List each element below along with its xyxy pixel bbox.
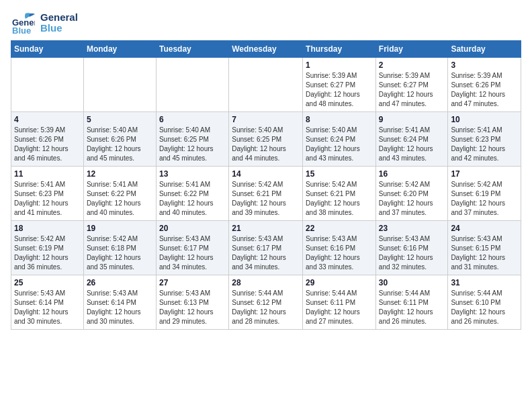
day-info: Sunrise: 5:40 AM Sunset: 6:24 PM Dayligh… bbox=[306, 126, 373, 163]
day-number: 1 bbox=[306, 60, 373, 70]
calendar-cell: 11Sunrise: 5:41 AM Sunset: 6:23 PM Dayli… bbox=[11, 167, 84, 221]
calendar-cell: 4Sunrise: 5:39 AM Sunset: 6:26 PM Daylig… bbox=[11, 112, 84, 167]
calendar-cell: 26Sunrise: 5:43 AM Sunset: 6:14 PM Dayli… bbox=[83, 275, 156, 330]
day-info: Sunrise: 5:43 AM Sunset: 6:14 PM Dayligh… bbox=[14, 289, 81, 326]
calendar-cell bbox=[83, 58, 156, 112]
day-info: Sunrise: 5:41 AM Sunset: 6:22 PM Dayligh… bbox=[87, 180, 153, 218]
day-info: Sunrise: 5:41 AM Sunset: 6:24 PM Dayligh… bbox=[379, 126, 445, 163]
day-number: 20 bbox=[159, 224, 226, 233]
calendar-cell: 1Sunrise: 5:39 AM Sunset: 6:27 PM Daylig… bbox=[303, 58, 376, 112]
day-info: Sunrise: 5:42 AM Sunset: 6:19 PM Dayligh… bbox=[14, 234, 81, 272]
day-info: Sunrise: 5:40 AM Sunset: 6:26 PM Dayligh… bbox=[87, 126, 153, 163]
calendar-cell: 17Sunrise: 5:42 AM Sunset: 6:19 PM Dayli… bbox=[448, 167, 521, 221]
calendar-cell: 29Sunrise: 5:44 AM Sunset: 6:11 PM Dayli… bbox=[303, 275, 376, 330]
calendar-table: SundayMondayTuesdayWednesdayThursdayFrid… bbox=[11, 40, 521, 330]
calendar-cell: 9Sunrise: 5:41 AM Sunset: 6:24 PM Daylig… bbox=[375, 112, 448, 167]
calendar-week-row: 1Sunrise: 5:39 AM Sunset: 6:27 PM Daylig… bbox=[11, 58, 521, 112]
calendar-cell: 15Sunrise: 5:42 AM Sunset: 6:21 PM Dayli… bbox=[303, 167, 376, 221]
day-info: Sunrise: 5:43 AM Sunset: 6:17 PM Dayligh… bbox=[159, 234, 226, 272]
day-number: 7 bbox=[232, 115, 300, 124]
day-info: Sunrise: 5:43 AM Sunset: 6:16 PM Dayligh… bbox=[379, 234, 445, 272]
logo-icon: General Blue bbox=[11, 11, 35, 35]
day-info: Sunrise: 5:42 AM Sunset: 6:18 PM Dayligh… bbox=[87, 234, 153, 272]
calendar-cell: 5Sunrise: 5:40 AM Sunset: 6:26 PM Daylig… bbox=[83, 112, 156, 167]
day-info: Sunrise: 5:42 AM Sunset: 6:21 PM Dayligh… bbox=[232, 180, 300, 218]
logo: General Blue General Blue bbox=[11, 11, 78, 35]
column-header-wednesday: Wednesday bbox=[229, 41, 303, 58]
calendar-cell: 20Sunrise: 5:43 AM Sunset: 6:17 PM Dayli… bbox=[156, 221, 228, 275]
day-number: 6 bbox=[159, 115, 226, 124]
calendar-cell: 18Sunrise: 5:42 AM Sunset: 6:19 PM Dayli… bbox=[11, 221, 84, 275]
day-info: Sunrise: 5:40 AM Sunset: 6:25 PM Dayligh… bbox=[159, 126, 226, 163]
day-info: Sunrise: 5:39 AM Sunset: 6:27 PM Dayligh… bbox=[379, 71, 445, 109]
logo-blue-text: Blue bbox=[40, 23, 78, 34]
day-number: 5 bbox=[87, 115, 153, 124]
svg-text:Blue: Blue bbox=[12, 26, 31, 35]
day-number: 30 bbox=[379, 278, 445, 287]
day-info: Sunrise: 5:41 AM Sunset: 6:22 PM Dayligh… bbox=[159, 180, 226, 218]
calendar-cell: 7Sunrise: 5:40 AM Sunset: 6:25 PM Daylig… bbox=[229, 112, 303, 167]
column-header-friday: Friday bbox=[375, 41, 448, 58]
day-number: 16 bbox=[379, 169, 445, 179]
calendar-cell: 16Sunrise: 5:42 AM Sunset: 6:20 PM Dayli… bbox=[375, 167, 448, 221]
calendar-cell: 25Sunrise: 5:43 AM Sunset: 6:14 PM Dayli… bbox=[11, 275, 84, 330]
calendar-cell: 28Sunrise: 5:44 AM Sunset: 6:12 PM Dayli… bbox=[229, 275, 303, 330]
column-header-saturday: Saturday bbox=[448, 41, 521, 58]
page-header: General Blue General Blue bbox=[11, 11, 521, 35]
day-info: Sunrise: 5:44 AM Sunset: 6:10 PM Dayligh… bbox=[451, 289, 518, 326]
calendar-header-row: SundayMondayTuesdayWednesdayThursdayFrid… bbox=[11, 41, 521, 58]
calendar-cell: 13Sunrise: 5:41 AM Sunset: 6:22 PM Dayli… bbox=[156, 167, 228, 221]
day-number: 26 bbox=[87, 278, 153, 287]
day-info: Sunrise: 5:41 AM Sunset: 6:23 PM Dayligh… bbox=[451, 126, 518, 163]
column-header-sunday: Sunday bbox=[11, 41, 84, 58]
day-info: Sunrise: 5:39 AM Sunset: 6:27 PM Dayligh… bbox=[306, 71, 373, 109]
day-number: 29 bbox=[306, 278, 373, 287]
day-info: Sunrise: 5:44 AM Sunset: 6:12 PM Dayligh… bbox=[232, 289, 300, 326]
day-info: Sunrise: 5:42 AM Sunset: 6:19 PM Dayligh… bbox=[451, 180, 518, 218]
calendar-cell: 10Sunrise: 5:41 AM Sunset: 6:23 PM Dayli… bbox=[448, 112, 521, 167]
day-number: 15 bbox=[306, 169, 373, 179]
day-number: 24 bbox=[451, 224, 518, 233]
calendar-cell: 8Sunrise: 5:40 AM Sunset: 6:24 PM Daylig… bbox=[303, 112, 376, 167]
calendar-cell: 31Sunrise: 5:44 AM Sunset: 6:10 PM Dayli… bbox=[448, 275, 521, 330]
day-info: Sunrise: 5:39 AM Sunset: 6:26 PM Dayligh… bbox=[14, 126, 81, 163]
column-header-monday: Monday bbox=[83, 41, 156, 58]
day-info: Sunrise: 5:44 AM Sunset: 6:11 PM Dayligh… bbox=[306, 289, 373, 326]
day-info: Sunrise: 5:43 AM Sunset: 6:16 PM Dayligh… bbox=[306, 234, 373, 272]
day-info: Sunrise: 5:44 AM Sunset: 6:11 PM Dayligh… bbox=[379, 289, 445, 326]
calendar-cell: 27Sunrise: 5:43 AM Sunset: 6:13 PM Dayli… bbox=[156, 275, 228, 330]
calendar-cell: 21Sunrise: 5:43 AM Sunset: 6:17 PM Dayli… bbox=[229, 221, 303, 275]
day-info: Sunrise: 5:42 AM Sunset: 6:20 PM Dayligh… bbox=[379, 180, 445, 218]
calendar-cell: 24Sunrise: 5:43 AM Sunset: 6:15 PM Dayli… bbox=[448, 221, 521, 275]
day-number: 31 bbox=[451, 278, 518, 287]
day-number: 22 bbox=[306, 224, 373, 233]
day-number: 28 bbox=[232, 278, 300, 287]
calendar-cell bbox=[156, 58, 228, 112]
column-header-tuesday: Tuesday bbox=[156, 41, 228, 58]
day-number: 14 bbox=[232, 169, 300, 179]
day-number: 13 bbox=[159, 169, 226, 179]
logo-general-text: General bbox=[40, 12, 78, 24]
day-number: 12 bbox=[87, 169, 153, 179]
calendar-cell: 12Sunrise: 5:41 AM Sunset: 6:22 PM Dayli… bbox=[83, 167, 156, 221]
calendar-cell: 23Sunrise: 5:43 AM Sunset: 6:16 PM Dayli… bbox=[375, 221, 448, 275]
day-info: Sunrise: 5:39 AM Sunset: 6:26 PM Dayligh… bbox=[451, 71, 518, 109]
day-info: Sunrise: 5:43 AM Sunset: 6:13 PM Dayligh… bbox=[159, 289, 226, 326]
calendar-cell: 19Sunrise: 5:42 AM Sunset: 6:18 PM Dayli… bbox=[83, 221, 156, 275]
day-number: 11 bbox=[14, 169, 81, 179]
calendar-cell: 14Sunrise: 5:42 AM Sunset: 6:21 PM Dayli… bbox=[229, 167, 303, 221]
calendar-cell bbox=[229, 58, 303, 112]
column-header-thursday: Thursday bbox=[303, 41, 376, 58]
day-info: Sunrise: 5:43 AM Sunset: 6:15 PM Dayligh… bbox=[451, 234, 518, 272]
day-number: 8 bbox=[306, 115, 373, 124]
calendar-week-row: 25Sunrise: 5:43 AM Sunset: 6:14 PM Dayli… bbox=[11, 275, 521, 330]
day-info: Sunrise: 5:42 AM Sunset: 6:21 PM Dayligh… bbox=[306, 180, 373, 218]
calendar-week-row: 11Sunrise: 5:41 AM Sunset: 6:23 PM Dayli… bbox=[11, 167, 521, 221]
day-number: 21 bbox=[232, 224, 300, 233]
day-number: 10 bbox=[451, 115, 518, 124]
day-number: 17 bbox=[451, 169, 518, 179]
day-info: Sunrise: 5:43 AM Sunset: 6:14 PM Dayligh… bbox=[87, 289, 153, 326]
day-info: Sunrise: 5:41 AM Sunset: 6:23 PM Dayligh… bbox=[14, 180, 81, 218]
day-number: 18 bbox=[14, 224, 81, 233]
calendar-cell: 3Sunrise: 5:39 AM Sunset: 6:26 PM Daylig… bbox=[448, 58, 521, 112]
